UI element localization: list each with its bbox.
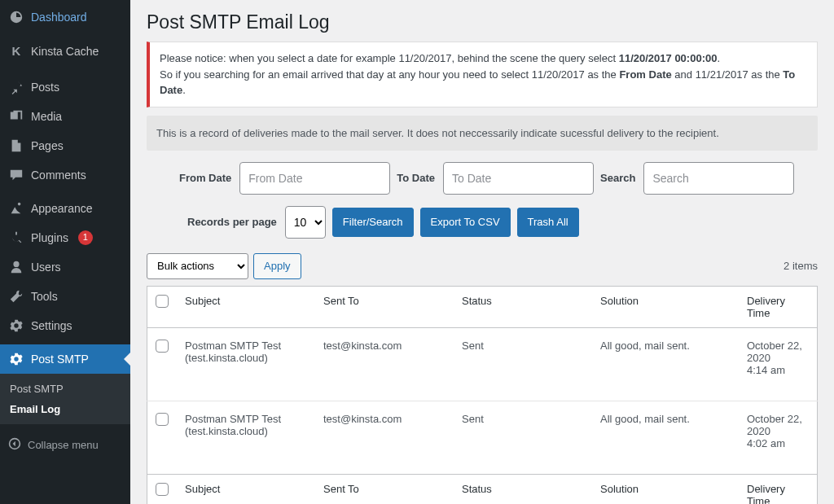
media-icon [8,108,24,125]
admin-sidebar: Dashboard K Kinsta Cache Posts Media Pag… [0,0,130,504]
sidebar-item-label: Tools [31,290,58,304]
row-solution: All good, mail sent. [592,327,739,401]
sidebar-item-pages[interactable]: Pages [0,131,130,160]
col-status-footer[interactable]: Status [454,474,592,504]
select-all-checkbox-footer[interactable] [156,483,169,496]
col-status[interactable]: Status [454,286,592,327]
comments-icon [8,167,24,183]
settings-icon [8,318,24,334]
sidebar-item-label: Post SMTP [31,353,89,366]
sidebar-item-posts[interactable]: Posts [0,72,130,102]
sidebar-item-label: Posts [31,81,59,94]
sidebar-item-dashboard[interactable]: Dashboard [0,0,130,34]
col-sent-to-footer[interactable]: Sent To [315,474,454,504]
gear-icon [8,351,24,367]
sidebar-item-users[interactable]: Users [0,252,130,282]
to-date-label: To Date [397,172,435,184]
sidebar-item-appearance[interactable]: Appearance [0,194,130,223]
table-row: Postman SMTP Test(test.kinsta.cloud) tes… [147,327,818,401]
sidebar-item-label: Dashboard [31,11,87,24]
sidebar-item-comments[interactable]: Comments [0,160,130,190]
row-sent-to: test@kinsta.com [315,327,454,401]
appearance-icon [8,200,24,217]
row-delivery: October 22, 2020 [747,340,802,364]
main-content: Post SMTP Email Log Please notice: when … [130,0,834,504]
email-log-table: Subject Sent To Status Solution Delivery… [147,286,818,505]
submenu-item-post-smtp[interactable]: Post SMTP [0,379,130,399]
tablenav-top: Bulk actions Apply 2 items [147,253,818,279]
row-checkbox[interactable] [156,340,169,353]
from-date-label: From Date [179,172,231,184]
sidebar-item-label: Media [31,110,62,124]
submenu-item-email-log[interactable]: Email Log [0,399,130,419]
row-checkbox[interactable] [156,413,169,426]
collapse-menu[interactable]: Collapse menu [0,429,130,461]
records-per-page-label: Records per page [187,216,277,228]
sidebar-item-tools[interactable]: Tools [0,282,130,311]
col-solution-footer[interactable]: Solution [592,474,739,504]
filter-search-button[interactable]: Filter/Search [332,208,414,237]
to-date-input[interactable] [443,162,594,195]
page-title: Post SMTP Email Log [147,11,818,33]
col-delivery-footer[interactable]: Delivery Time [739,474,818,504]
records-per-page-select[interactable]: 10 [285,206,326,239]
kinsta-icon: K [8,43,24,59]
info-description: This is a record of deliveries made to t… [147,116,818,151]
plugins-icon [8,230,24,246]
pin-icon [8,79,24,95]
filters: From Date To Date Search Records per pag… [147,162,818,239]
sidebar-item-plugins[interactable]: Plugins 1 [0,223,130,252]
sidebar-item-label: Appearance [31,202,93,216]
row-subject[interactable]: Postman SMTP Test [185,340,281,352]
sidebar-item-label: Settings [31,319,72,333]
sidebar-item-label: Plugins [31,231,68,245]
items-count: 2 items [784,260,818,272]
sidebar-submenu: Post SMTP Email Log [0,374,130,424]
search-input[interactable] [643,162,794,195]
bulk-actions-select[interactable]: Bulk actions [147,253,248,279]
export-csv-button[interactable]: Export To CSV [420,208,511,237]
sidebar-item-settings[interactable]: Settings [0,311,130,340]
col-subject-footer[interactable]: Subject [177,474,315,504]
dashboard-icon [8,9,24,25]
apply-button[interactable]: Apply [253,253,301,279]
users-icon [8,259,24,275]
sidebar-item-label: Pages [31,139,64,153]
table-row: Postman SMTP Test(test.kinsta.cloud) tes… [147,401,818,474]
sidebar-item-label: Kinsta Cache [31,45,99,59]
search-label: Search [600,172,635,184]
col-delivery[interactable]: Delivery Time [739,286,818,327]
sidebar-item-media[interactable]: Media [0,102,130,131]
col-solution[interactable]: Solution [592,286,739,327]
col-subject[interactable]: Subject [177,286,315,327]
row-sent-to: test@kinsta.com [315,401,454,474]
tools-icon [8,288,24,305]
row-solution: All good, mail sent. [592,401,739,474]
date-notice: Please notice: when you select a date fo… [147,42,818,107]
plugins-update-badge: 1 [78,230,93,245]
row-status: Sent [454,401,592,474]
col-sent-to[interactable]: Sent To [315,286,454,327]
row-status: Sent [454,327,592,401]
collapse-icon [8,437,21,453]
trash-all-button[interactable]: Trash All [517,208,579,237]
row-subject[interactable]: Postman SMTP Test [185,413,281,425]
sidebar-item-label: Comments [31,169,86,182]
pages-icon [8,138,24,154]
sidebar-item-kinsta-cache[interactable]: K Kinsta Cache [0,34,130,68]
select-all-checkbox[interactable] [156,295,169,308]
row-delivery: October 22, 2020 [747,413,802,437]
sidebar-item-post-smtp[interactable]: Post SMTP [0,344,130,374]
from-date-input[interactable] [239,162,390,195]
sidebar-item-label: Users [31,261,61,274]
collapse-label: Collapse menu [28,439,99,451]
